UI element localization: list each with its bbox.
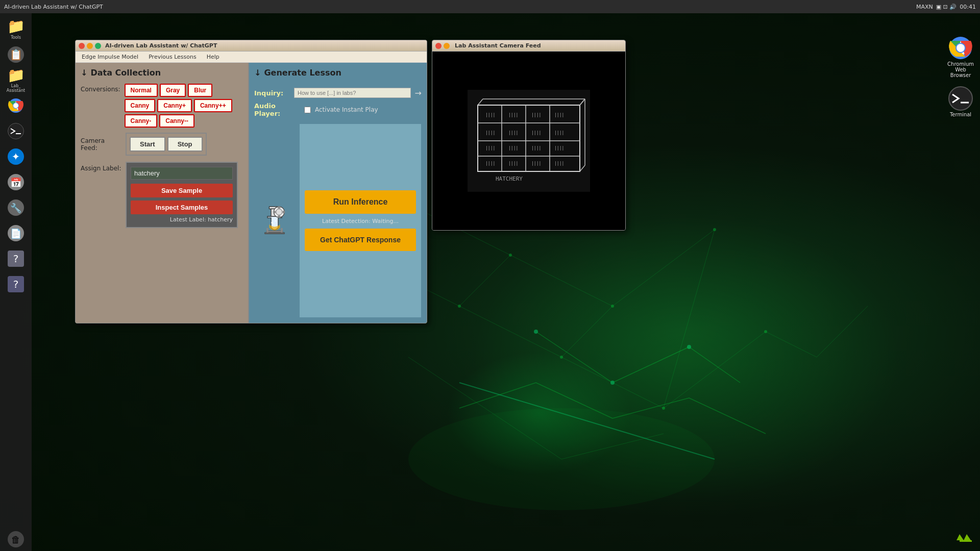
instant-play-checkbox[interactable]	[304, 107, 311, 113]
desktop-terminal-icon[interactable]: Terminal	[945, 84, 976, 119]
taskbar-title: AI-driven Lab Assistant w/ ChatGPT	[0, 4, 103, 10]
inquiry-input-field[interactable]	[294, 88, 411, 98]
ai-window-titlebar: AI-driven Lab Assistant w/ ChatGPT	[76, 40, 427, 52]
window-minimize-btn[interactable]	[87, 43, 93, 49]
svg-rect-51	[266, 228, 268, 233]
chromium-icon	[8, 97, 24, 114]
btn-canny[interactable]: Canny	[125, 99, 156, 112]
dock-item-files[interactable]: 📋	[4, 43, 28, 66]
terminal-icon	[8, 123, 24, 139]
dock-item-wrench[interactable]: 🔧	[4, 196, 28, 219]
inquiry-row: Inquiry: →	[254, 88, 422, 98]
inspect-samples-button[interactable]: Inspect Samples	[131, 201, 233, 214]
btn-gray[interactable]: Gray	[160, 84, 186, 97]
run-inference-button[interactable]: Run Inference	[305, 190, 416, 214]
svg-text:||||: ||||	[508, 113, 518, 117]
window-maximize-btn[interactable]	[95, 43, 101, 49]
svg-text:||||: ||||	[531, 146, 541, 151]
btn-canny-minus[interactable]: Canny-	[125, 114, 158, 128]
camera-stop-button[interactable]: Stop	[167, 137, 203, 152]
desktop-icons-area: ChromiumWebBrowser Terminal	[945, 34, 976, 119]
svg-text:||||: ||||	[508, 161, 518, 166]
assign-label-text: Assign Label:	[81, 165, 121, 172]
dock-item-help2[interactable]: ?	[4, 272, 28, 296]
window-close-btn[interactable]	[79, 43, 85, 49]
dock-item-help1[interactable]: ?	[4, 247, 28, 270]
desktop-chromium-icon[interactable]: ChromiumWebBrowser	[945, 34, 976, 80]
generate-lesson-panel: ↓ Generate Lesson Inquiry: → Audio Playe…	[249, 63, 427, 323]
svg-text:||||: ||||	[554, 146, 564, 151]
save-sample-button[interactable]: Save Sample	[131, 184, 233, 197]
menu-edge-impulse[interactable]: Edge Impulse Model	[80, 53, 140, 61]
camera-close-btn[interactable]	[435, 43, 442, 49]
ai-window-title: AI-driven Lab Assistant w/ ChatGPT	[105, 42, 217, 49]
inference-buttons-panel: Run Inference Latest Detection: Waiting.…	[299, 123, 422, 318]
dock-item-chromium[interactable]	[4, 94, 28, 117]
audio-row: Audio Player: Activate Instant Play	[254, 102, 422, 117]
conversions-row: Conversions: Normal Gray Blur Canny Cann…	[81, 84, 243, 128]
generate-lesson-title: Generate Lesson	[264, 68, 341, 78]
conversions-label: Conversions:	[81, 86, 120, 93]
latest-label-display: Latest Label: hatchery	[131, 216, 233, 223]
svg-text:||||: ||||	[531, 131, 541, 135]
files-icon: 📋	[8, 46, 24, 63]
dock-item-calendar[interactable]: 📅	[4, 170, 28, 194]
camera-feed-window: Lab Assistant Camera Feed	[432, 40, 626, 231]
dock-item-lab[interactable]: 📁 Lab_Assistant	[4, 68, 28, 92]
label-input-field[interactable]	[131, 167, 233, 180]
dock-item-tools[interactable]: 📁 Tools	[4, 17, 28, 41]
doc-icon: 📄	[8, 225, 24, 241]
camera-minimize-btn[interactable]	[444, 43, 450, 49]
svg-point-46	[271, 221, 273, 223]
dock-tools-label: Tools	[11, 36, 21, 40]
svg-point-36	[13, 103, 18, 108]
svg-rect-43	[278, 215, 280, 217]
assign-box: Save Sample Inspect Samples Latest Label…	[126, 162, 238, 228]
camera-feed-row: Camera Feed: Start Stop	[81, 133, 243, 156]
dock-lab-label: Lab_Assistant	[7, 84, 25, 93]
wrench-icon: 🔧	[8, 199, 24, 216]
taskbar-icons: ▣ ⊡ 🔊	[936, 4, 957, 10]
inquiry-submit-arrow[interactable]: →	[415, 88, 422, 98]
svg-text:||||: ||||	[554, 131, 564, 135]
ai-window-body: ↓ Data Collection Conversions: Normal Gr…	[76, 63, 427, 323]
dock-item-trash[interactable]: 🗑	[4, 528, 28, 551]
ai-menu-bar: Edge Impulse Model Previous Lessons Help	[76, 52, 427, 63]
svg-point-47	[275, 220, 276, 221]
svg-rect-49	[266, 231, 283, 233]
btn-canny-minusminus[interactable]: Canny--	[159, 114, 194, 128]
svg-text:||||: ||||	[508, 146, 518, 151]
instant-play-label: Activate Instant Play	[315, 106, 378, 113]
btn-canny-plus[interactable]: Canny+	[157, 99, 192, 112]
btn-blur[interactable]: Blur	[188, 84, 212, 97]
dock-item-terminal[interactable]	[4, 119, 28, 143]
menu-help[interactable]: Help	[205, 53, 222, 61]
camera-feed-image: |||| |||| |||| |||| |||| |||| |||| |||| …	[468, 90, 590, 192]
tools-icon: 📁	[8, 18, 24, 35]
camera-start-button[interactable]: Start	[130, 137, 165, 152]
taskbar-right: MAXN ▣ ⊡ 🔊 00:41	[916, 4, 980, 10]
get-chatgpt-response-button[interactable]: Get ChatGPT Response	[305, 229, 416, 251]
svg-text:||||: ||||	[485, 161, 495, 166]
left-dock: 📁 Tools 📋 📁 Lab_Assistant	[0, 13, 32, 551]
btn-canny-plusplus[interactable]: Canny++	[194, 99, 232, 112]
menu-previous-lessons[interactable]: Previous Lessons	[146, 53, 199, 61]
taskbar-time: 00:41	[960, 4, 976, 10]
help1-icon: ?	[8, 251, 24, 267]
btn-normal[interactable]: Normal	[125, 84, 158, 97]
dock-item-vscode[interactable]: ✦	[4, 145, 28, 168]
taskbar: AI-driven Lab Assistant w/ ChatGPT MAXN …	[0, 0, 980, 13]
svg-point-87	[957, 44, 965, 52]
ai-lab-window: AI-driven Lab Assistant w/ ChatGPT Edge …	[75, 40, 427, 323]
chromium-desktop-icon	[948, 36, 973, 60]
dock-item-doc[interactable]: 📄	[4, 221, 28, 245]
svg-text:||||: ||||	[508, 131, 518, 135]
generate-lesson-icon: ↓	[254, 68, 261, 78]
svg-rect-52	[281, 228, 283, 233]
chromium-desktop-label: ChromiumWebBrowser	[947, 61, 974, 78]
audio-player-label: Audio Player:	[254, 102, 300, 117]
latest-detection-text: Latest Detection: Waiting...	[322, 218, 399, 224]
svg-text:||||: ||||	[531, 113, 541, 117]
terminal-desktop-label: Terminal	[950, 112, 971, 117]
calendar-icon: 📅	[8, 174, 24, 190]
